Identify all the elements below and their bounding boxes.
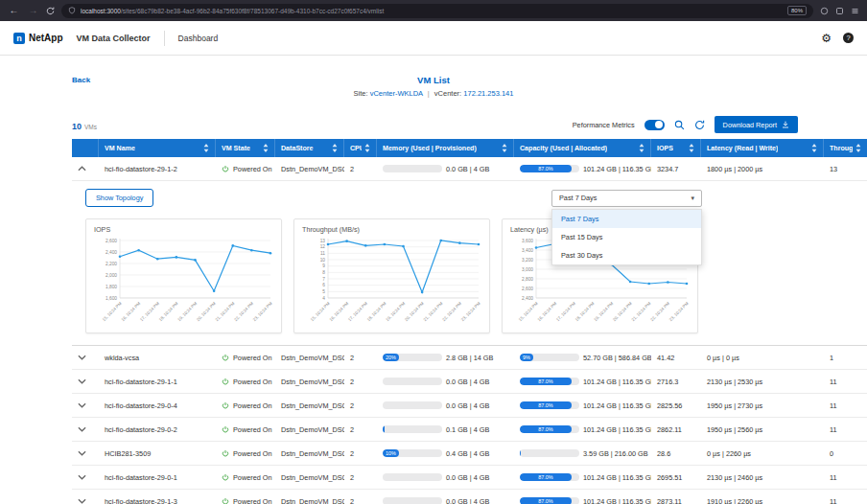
- vm-cpu: 2: [344, 346, 377, 369]
- app-title: VM Data Collector: [77, 34, 151, 43]
- svg-text:3,600: 3,600: [522, 239, 533, 243]
- time-range-option[interactable]: Past 30 Days: [552, 246, 701, 264]
- column-header-mem[interactable]: Memory (Used | Provisioned): [377, 139, 514, 157]
- vm-iops: 2716.3: [651, 370, 701, 393]
- sort-icon[interactable]: [639, 144, 644, 152]
- search-icon[interactable]: [674, 120, 685, 130]
- sort-icon[interactable]: [263, 144, 269, 152]
- vm-iops: 28.6: [651, 442, 701, 465]
- sort-icon[interactable]: [502, 144, 507, 152]
- expand-row-icon[interactable]: [78, 402, 86, 408]
- shield-icon[interactable]: [68, 7, 76, 14]
- time-range-option[interactable]: Past 7 Days: [552, 210, 701, 228]
- vm-capacity: 87.0%101.24 GB | 116.35 GB: [514, 394, 651, 417]
- table-row[interactable]: hci-fio-datastore-29-1-2Powered OnDstn_D…: [72, 157, 867, 181]
- collapse-row-icon[interactable]: [78, 166, 86, 172]
- vm-cpu: 2: [344, 157, 377, 180]
- expand-row-icon[interactable]: [78, 426, 86, 432]
- column-header-iops[interactable]: IOPS: [651, 139, 701, 157]
- url-text[interactable]: localhost:3000/sites/68c79b82-be38-4acf-…: [81, 8, 783, 14]
- capacity-usage-bar: 9%: [520, 354, 579, 361]
- browser-back-icon[interactable]: ←: [8, 0, 20, 21]
- vm-memory: 0.0 GB | 4 GB: [377, 394, 514, 417]
- column-header-cpu[interactable]: CPU: [344, 139, 377, 157]
- download-report-button[interactable]: Download Report: [715, 116, 798, 133]
- table-row[interactable]: hci-fio-datastore-29-0-4Powered OnDstn_D…: [72, 394, 867, 418]
- netapp-logo[interactable]: n NetApp: [13, 33, 63, 44]
- column-header-thr[interactable]: Throughput (MB/s): [824, 139, 867, 157]
- performance-metrics-toggle[interactable]: [644, 120, 665, 130]
- table-row[interactable]: hci-fio-datastore-29-1-3Powered OnDstn_D…: [72, 490, 867, 504]
- table-row[interactable]: hci-fio-datastore-29-1-1Powered OnDstn_D…: [72, 370, 867, 394]
- vm-capacity: 87.0%101.24 GB | 116.35 GB: [514, 418, 651, 441]
- browser-forward-icon[interactable]: →: [27, 0, 39, 21]
- expand-row-icon[interactable]: [78, 498, 86, 504]
- url-bar[interactable]: localhost:3000/sites/68c79b82-be38-4acf-…: [61, 4, 813, 18]
- table-row[interactable]: HCIB281-3509Powered OnDstn_DemoVM_DS0121…: [72, 442, 867, 466]
- menu-icon[interactable]: [851, 7, 859, 15]
- vm-throughput: 11: [824, 466, 867, 489]
- time-range-select[interactable]: Past 7 Days ▾ Past 7 DaysPast 15 DaysPas…: [551, 190, 702, 207]
- browser-refresh-icon[interactable]: [46, 7, 55, 15]
- vm-table-header: VM NameVM StateDataStoreCPUMemory (Used …: [72, 139, 867, 157]
- download-report-label: Download Report: [723, 121, 777, 129]
- column-header-ds[interactable]: DataStore: [275, 139, 344, 157]
- expand-row-icon[interactable]: [78, 450, 86, 456]
- iops-chart-card: IOPS 1,6001,8002,0002,2002,4002,60015, 1…: [85, 218, 282, 333]
- vm-name: wklda-vcsa: [99, 346, 216, 369]
- vm-memory: 0.0 GB | 4 GB: [377, 157, 514, 180]
- sort-icon[interactable]: [332, 144, 338, 152]
- bookmark-icon[interactable]: [820, 7, 829, 15]
- expand-row-icon[interactable]: [78, 474, 86, 480]
- vm-state: Powered On: [216, 490, 275, 504]
- download-icon: [782, 121, 789, 128]
- refresh-icon[interactable]: [694, 120, 705, 130]
- nav-dashboard[interactable]: Dashboard: [178, 34, 219, 43]
- expand-row-icon[interactable]: [78, 378, 86, 384]
- vm-latency: 2130 µs | 2460 µs: [701, 466, 824, 489]
- column-header-cap[interactable]: Capacity (Used | Allocated): [514, 139, 651, 157]
- memory-usage-bar: [383, 401, 442, 409]
- vm-name: hci-fio-datastore-29-0-2: [99, 418, 216, 441]
- vm-memory: 0.0 GB | 4 GB: [377, 466, 514, 489]
- netapp-brand-name: NetApp: [29, 33, 63, 43]
- extensions-icon[interactable]: [835, 7, 844, 15]
- capacity-usage-bar: 87.0%: [520, 378, 579, 385]
- gear-icon[interactable]: ⚙: [821, 33, 832, 44]
- column-header-name[interactable]: VM Name: [99, 139, 216, 157]
- vm-datastore: Dstn_DemoVM_DS01: [275, 466, 344, 489]
- column-header-state[interactable]: VM State: [216, 139, 275, 157]
- show-topology-button[interactable]: Show Topology: [85, 189, 153, 207]
- sort-icon[interactable]: [811, 144, 817, 152]
- sort-icon[interactable]: [855, 144, 861, 152]
- vm-memory: 20%2.8 GB | 14 GB: [377, 346, 514, 369]
- vm-count-block: 10VMs: [72, 116, 97, 133]
- column-header-lat[interactable]: Latency (Read | Write): [701, 139, 824, 157]
- expand-row-icon[interactable]: [78, 355, 86, 360]
- power-icon: [222, 473, 229, 481]
- chevron-down-icon: ▾: [691, 195, 694, 202]
- zoom-level-badge[interactable]: 80%: [787, 6, 807, 15]
- memory-usage-percent-label: 10%: [386, 449, 396, 457]
- table-row[interactable]: wklda-vcsaPowered OnDstn_DemoVM_DS01220%…: [72, 346, 867, 370]
- vm-iops: 2825.56: [651, 394, 701, 417]
- table-row[interactable]: hci-fio-datastore-29-0-1Powered OnDstn_D…: [72, 466, 867, 490]
- vm-capacity: 87.0%101.24 GB | 116.35 GB: [514, 466, 651, 489]
- time-range-option[interactable]: Past 15 Days: [552, 228, 701, 246]
- page-title: VM List: [0, 75, 867, 85]
- vm-latency: 1950 µs | 2730 µs: [701, 394, 824, 417]
- svg-text:9: 9: [322, 263, 325, 268]
- table-row[interactable]: hci-fio-datastore-29-0-2Powered OnDstn_D…: [72, 418, 867, 442]
- time-range-control[interactable]: Past 7 Days ▾: [551, 190, 702, 207]
- sort-icon[interactable]: [203, 144, 209, 152]
- column-header-label: VM State: [222, 145, 250, 152]
- sort-icon[interactable]: [689, 144, 694, 152]
- sort-icon[interactable]: [364, 144, 370, 152]
- svg-text:23, 10:24 PM: 23, 10:24 PM: [252, 301, 273, 322]
- site-value-link[interactable]: vCenter-WKLDA: [370, 89, 423, 98]
- help-icon[interactable]: ?: [843, 33, 854, 43]
- vm-memory: 0.0 GB | 4 GB: [377, 490, 514, 504]
- memory-usage-bar: [383, 497, 442, 504]
- svg-text:23, 10:24 PM: 23, 10:24 PM: [668, 301, 690, 322]
- vcenter-value-link[interactable]: 172.21.253.141: [463, 89, 513, 98]
